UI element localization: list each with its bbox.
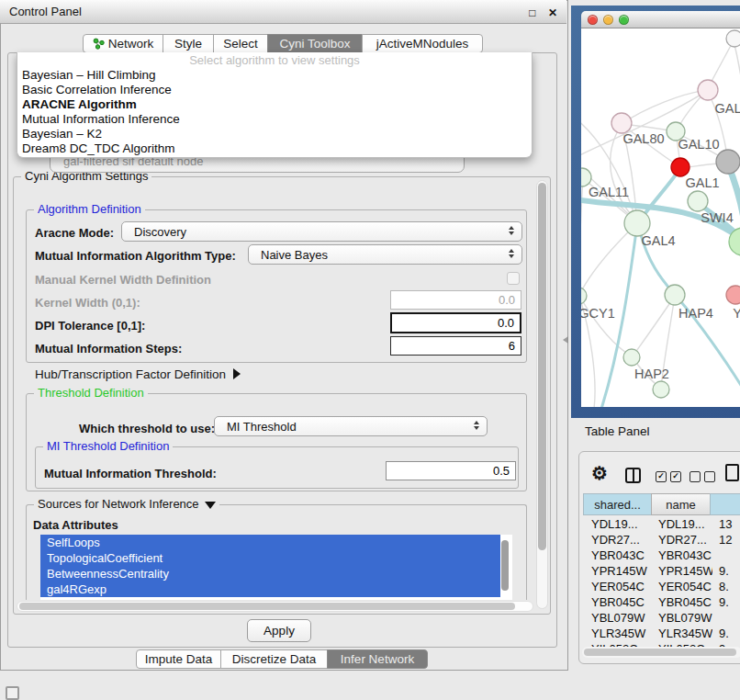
column-header-shared-name[interactable]: shared... <box>583 493 652 515</box>
deselect-all-checkboxes-icon[interactable] <box>690 471 715 482</box>
algorithm-option[interactable]: Bayesian – Hill Climbing <box>17 68 532 83</box>
mi-threshold-group-title: MI Threshold Definition <box>43 440 173 453</box>
network-node[interactable] <box>726 286 740 304</box>
tab-style[interactable]: Style <box>163 34 214 53</box>
network-node-label: GAL4 <box>641 233 675 248</box>
zoom-traffic-light-icon[interactable] <box>619 15 629 25</box>
tab-jactivemnodules[interactable]: jActiveMNodules <box>362 34 483 53</box>
data-attributes-label: Data Attributes <box>33 518 118 532</box>
mutual-information-threshold-label: Mutual Information Threshold: <box>44 467 217 480</box>
network-edge[interactable] <box>622 90 707 124</box>
settings-vscroll-thumb[interactable] <box>538 183 546 550</box>
table-row[interactable]: YBR043CYBR043C <box>584 548 740 563</box>
network-node[interactable] <box>623 349 640 366</box>
dpi-tolerance-field[interactable]: 0.0 <box>390 312 521 333</box>
algorithm-popup-prompt: Select algorithm to view settings <box>17 54 532 68</box>
table-header: shared... name <box>584 493 740 515</box>
network-node-label: HAP2 <box>634 367 669 381</box>
network-node[interactable] <box>624 210 650 236</box>
mutual-information-threshold-field[interactable]: 0.5 <box>386 461 516 480</box>
tab-cyni-toolbox[interactable]: Cyni Toolbox <box>267 34 363 53</box>
data-attribute-item[interactable]: BetweennessCentrality <box>40 566 500 581</box>
mi-steps-field[interactable]: 6 <box>390 336 521 356</box>
aracne-mode-combo[interactable]: Discovery <box>121 221 522 242</box>
data-attribute-item[interactable]: gal4RGexp <box>40 581 500 597</box>
algorithm-dropdown-popup: Select algorithm to view settings Bayesi… <box>17 52 533 158</box>
algorithm-option[interactable]: Basic Correlation Inference <box>17 83 532 97</box>
settings-horizontal-scrollbar[interactable] <box>17 601 533 612</box>
table-horizontal-scrollbar[interactable] <box>582 647 740 658</box>
network-edge[interactable] <box>734 40 740 107</box>
table-body: YDL19...YDL19...13YDR27...YDR27...12YBR0… <box>584 516 740 657</box>
table-row[interactable]: YLR345WYLR345W9. <box>584 626 740 641</box>
split-view-icon[interactable] <box>625 468 641 483</box>
network-node-label: GAL11 <box>589 185 629 199</box>
tab-network[interactable]: Network <box>83 34 163 53</box>
network-node[interactable] <box>698 80 718 100</box>
select-all-checkboxes-icon[interactable]: ✓✓ <box>656 471 681 482</box>
algorithm-option[interactable]: Dream8 DC_TDC Algorithm <box>17 141 532 156</box>
algorithm-option[interactable]: Mutual Information Inference <box>17 112 532 127</box>
network-node-label: SWI4 <box>701 210 733 225</box>
algorithm-option[interactable]: Bayesian – K2 <box>17 127 532 141</box>
aracne-mode-label: Aracne Mode: <box>35 226 114 240</box>
hub-definition-toggle[interactable]: Hub/Transcription Factor Definition <box>35 367 241 381</box>
network-edge[interactable] <box>633 296 675 356</box>
minimize-traffic-light-icon[interactable] <box>603 15 613 25</box>
network-node[interactable] <box>726 30 740 47</box>
mi-algorithm-type-combo[interactable]: Naive Bayes <box>248 244 522 265</box>
control-panel-tabs: Network Style Select Cyni Toolbox jActiv… <box>83 34 483 53</box>
close-window-icon[interactable]: ✕ <box>548 6 557 19</box>
tab-impute-data[interactable]: Impute Data <box>136 649 221 669</box>
dock-corner-icon[interactable] <box>6 686 19 700</box>
table-cell: YBR043C <box>653 548 712 563</box>
close-traffic-light-icon[interactable] <box>588 15 598 25</box>
control-panel-titlebar: Control Panel □ ✕ <box>0 0 566 24</box>
apply-button[interactable]: Apply <box>247 619 311 642</box>
sources-group-title[interactable]: Sources for Network Inference <box>34 498 219 511</box>
table-hscroll-thumb[interactable] <box>584 649 736 656</box>
settings-hscroll-thumb[interactable] <box>19 603 515 610</box>
data-attribute-item[interactable]: SelfLoops <box>40 535 500 550</box>
algorithm-option[interactable]: ARACNE Algorithm <box>17 97 532 112</box>
network-node[interactable] <box>665 285 685 305</box>
network-edge[interactable] <box>581 178 583 295</box>
gear-icon[interactable]: ⚙ <box>591 463 608 483</box>
document-icon[interactable] <box>725 464 739 481</box>
table-row[interactable]: YPR145WYPR145W9. <box>584 563 740 579</box>
table-cell: YDL19... <box>653 516 712 532</box>
network-node[interactable] <box>671 158 690 176</box>
attributes-list-scrollbar[interactable] <box>501 540 509 591</box>
network-window-titlebar[interactable] <box>581 11 740 28</box>
tab-discretize-data[interactable]: Discretize Data <box>220 649 328 669</box>
which-threshold-combo[interactable]: MI Threshold <box>214 416 488 436</box>
column-header-name[interactable]: name <box>651 493 711 515</box>
network-node[interactable] <box>688 191 708 211</box>
kernel-width-field[interactable]: 0.0 <box>390 290 521 310</box>
manual-kernel-width-checkbox[interactable] <box>507 272 520 285</box>
table-row[interactable]: YDR27...YDR27...12 <box>584 532 740 548</box>
network-canvas[interactable]: GALGAL80GAL10GAL1GAL11SWI4GAL4GCY1HAP4YH… <box>581 28 740 407</box>
table-row[interactable]: YBL079WYBL079W <box>584 610 740 626</box>
sources-title-text: Sources for Network Inference <box>38 497 199 511</box>
table-cell <box>712 610 740 626</box>
data-attributes-list[interactable]: SelfLoopsTopologicalCoefficientBetweenne… <box>40 535 512 600</box>
tab-infer-network[interactable]: Infer Network <box>327 649 428 669</box>
column-header-partial[interactable] <box>710 493 740 515</box>
network-node[interactable] <box>716 150 740 174</box>
float-window-icon[interactable]: □ <box>529 6 535 19</box>
table-cell: YBL079W <box>653 610 712 626</box>
data-attribute-item[interactable]: TopologicalCoefficient <box>40 550 500 566</box>
table-row[interactable]: YER054CYER054C8. <box>584 579 740 594</box>
network-node[interactable] <box>653 381 669 398</box>
table-cell: 12 <box>712 532 740 548</box>
tab-select[interactable]: Select <box>213 34 268 53</box>
table-row[interactable]: YBR045CYBR045C9. <box>584 594 740 610</box>
settings-vertical-scrollbar[interactable] <box>536 180 548 609</box>
table-row[interactable]: YDL19...YDL19...13 <box>584 516 740 532</box>
network-node[interactable] <box>581 288 587 304</box>
table-cell: YDR27... <box>584 532 653 548</box>
table-cell: YPR145W <box>653 563 712 579</box>
network-node[interactable] <box>611 113 632 133</box>
network-node-label: GCY1 <box>581 306 615 321</box>
